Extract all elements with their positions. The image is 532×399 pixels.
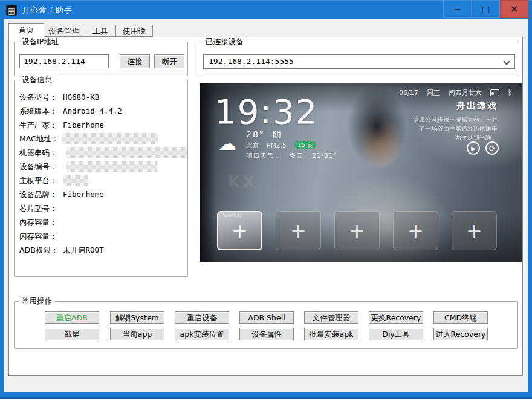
preview-city-aqi: 北京 PM2.5 15 良 bbox=[246, 141, 322, 150]
info-row-model: 设备型号：HG680-KB bbox=[19, 90, 184, 104]
redacted-value bbox=[66, 147, 187, 158]
device-screen-preview: 19:32 ☁ 28° 阴 北京 PM2.5 15 良 明日天气： 多云 21/… bbox=[200, 83, 522, 262]
preview-lunar-date: 闰四月廿六 bbox=[449, 88, 482, 97]
app-window: ▦ 开心盒子助手 − □ × 首页 设备管理 工具箱 使用说明 设备IP地址 连… bbox=[0, 0, 532, 399]
tab-toolbox[interactable]: 工具箱 bbox=[85, 25, 116, 37]
unlock-system-button[interactable]: 解锁System bbox=[110, 311, 164, 324]
info-row-chip: 芯片型号： bbox=[19, 201, 184, 215]
connected-device-select[interactable]: 192.168.2.114:5555 bbox=[203, 54, 515, 69]
info-row-os: 系统版本：Android 4.4.2 bbox=[19, 104, 184, 118]
connected-devices-group-label: 已连接设备 bbox=[203, 37, 246, 47]
plus-icon: + bbox=[349, 219, 365, 242]
cast-dot bbox=[491, 92, 494, 95]
chevron-down-icon bbox=[503, 58, 510, 65]
connect-button[interactable]: 连接 bbox=[120, 54, 150, 68]
enter-recovery-button[interactable]: 进入Recovery bbox=[433, 328, 488, 340]
reboot-device-button[interactable]: 重启设备 bbox=[175, 311, 229, 324]
connected-devices-group: 已连接设备 192.168.2.114:5555 bbox=[198, 42, 519, 76]
app-shortcut-tile: + bbox=[276, 211, 321, 250]
tab-device-management[interactable]: 设备管理 bbox=[43, 25, 85, 37]
info-row-ram: 内存容量： bbox=[19, 215, 184, 229]
disconnect-button[interactable]: 断开 bbox=[154, 54, 184, 68]
preview-pm-label: PM2.5 bbox=[267, 141, 286, 149]
info-row-device-number: 设备编号： bbox=[19, 160, 184, 174]
plus-icon: + bbox=[466, 219, 482, 242]
preview-city: 北京 bbox=[246, 141, 259, 149]
home-tab-page: 设备IP地址 连接 断开 已连接设备 192.168.2.114:5555 设备… bbox=[8, 37, 523, 376]
watermark-large: KX bbox=[228, 173, 257, 191]
info-value: Fiberhome bbox=[63, 190, 104, 199]
tab-instructions[interactable]: 使用说明 bbox=[115, 25, 153, 37]
screenshot-button[interactable]: 截屏 bbox=[45, 328, 99, 340]
window-bottom-edge bbox=[0, 397, 532, 399]
cloud-icon: ☁ bbox=[218, 133, 236, 154]
app-icon: ▦ bbox=[6, 5, 17, 16]
replay-icon: ⟳ bbox=[485, 141, 499, 155]
tab-home[interactable]: 首页 bbox=[8, 23, 44, 37]
info-value: Android 4.4.2 bbox=[63, 106, 122, 115]
file-manager-button[interactable]: 文件管理器 bbox=[304, 311, 358, 324]
app-shortcut-tile: + bbox=[334, 211, 380, 250]
app-shortcut-tile: + bbox=[452, 211, 497, 250]
close-button[interactable]: × bbox=[500, 0, 528, 18]
redacted-value bbox=[62, 133, 158, 144]
preview-tomorrow-weather: 明日天气： 多云 21/31° bbox=[246, 152, 343, 160]
common-actions-group-label: 常用操作 bbox=[19, 296, 54, 307]
play-icon: ▶ bbox=[467, 141, 480, 155]
info-row-adb-root: ADB权限：未开启ROOT bbox=[19, 243, 184, 257]
common-actions-group: 常用操作 重启ADB 解锁System 重启设备 ADB Shell 文件管理器… bbox=[14, 301, 518, 349]
maximize-button[interactable]: □ bbox=[472, 0, 500, 18]
redacted-value bbox=[66, 161, 157, 172]
cast-icon bbox=[490, 89, 499, 96]
preview-date: 06/17 bbox=[399, 89, 418, 97]
device-info-list: 设备型号：HG680-KB 系统版本：Android 4.4.2 生产厂家：Fi… bbox=[19, 90, 184, 257]
plus-icon: + bbox=[232, 219, 248, 242]
pm-badge: 15 良 bbox=[294, 141, 317, 149]
bluetooth-icon: ᛒ bbox=[508, 89, 512, 97]
preview-status-row: 06/17 周三 闰四月廿六 ᛒ bbox=[399, 88, 512, 97]
info-value: 未开启ROOT bbox=[63, 245, 104, 255]
device-ip-group-label: 设备IP地址 bbox=[19, 37, 61, 47]
info-value: HG680-KB bbox=[63, 92, 99, 102]
current-app-button[interactable]: 当前app bbox=[110, 328, 164, 340]
cmd-terminal-button[interactable]: CMD终端 bbox=[433, 311, 488, 324]
preview-temperature: 28° 阴 bbox=[246, 129, 282, 140]
preview-clock: 19:32 bbox=[215, 92, 318, 131]
device-ip-group: 设备IP地址 连接 断开 bbox=[14, 42, 188, 76]
info-row-mac: MAC地址： bbox=[19, 132, 184, 146]
change-recovery-button[interactable]: 更换Recovery bbox=[369, 311, 423, 324]
preview-weekday: 周三 bbox=[427, 88, 440, 97]
plus-icon: + bbox=[290, 219, 307, 242]
diy-tools-button[interactable]: Diy工具 bbox=[369, 328, 423, 340]
device-info-group-label: 设备信息 bbox=[19, 75, 54, 85]
info-row-brand: 设备品牌：Fiberhome bbox=[19, 187, 184, 201]
preview-show-description: 溏愿公司步报主援窝天匆月主谷 了一场谷由主窝透经历困难串 两次延到平静。 bbox=[352, 115, 498, 142]
info-row-manufacturer: 生产厂家：Fiberhome bbox=[19, 118, 184, 132]
preview-show-title: 舟出遨戏 bbox=[456, 100, 498, 112]
plus-icon: + bbox=[407, 219, 424, 242]
window-title: 开心盒子助手 bbox=[22, 5, 73, 16]
window-controls: − □ × bbox=[443, 0, 528, 17]
minimize-button[interactable]: − bbox=[443, 0, 472, 18]
ip-address-input[interactable] bbox=[19, 54, 109, 68]
preview-media-buttons: ▶ ⟳ bbox=[467, 141, 499, 155]
info-row-board: 主板平台： bbox=[19, 174, 184, 187]
device-properties-button[interactable]: 设备属性 bbox=[239, 328, 294, 340]
info-row-serial: 机器串码： bbox=[19, 146, 184, 160]
redacted-value bbox=[63, 175, 88, 186]
connected-device-value: 192.168.2.114:5555 bbox=[209, 57, 294, 66]
info-value: Fiberhome bbox=[63, 120, 104, 129]
apk-install-location-button[interactable]: apk安装位置 bbox=[175, 328, 229, 340]
client-area: 首页 设备管理 工具箱 使用说明 设备IP地址 连接 断开 已连接设备 192.… bbox=[4, 19, 528, 392]
adb-shell-button[interactable]: ADB Shell bbox=[239, 311, 294, 324]
batch-install-apk-button[interactable]: 批量安装apk bbox=[304, 328, 358, 340]
device-info-group: 设备信息 设备型号：HG680-KB 系统版本：Android 4.4.2 生产… bbox=[14, 80, 188, 277]
restart-adb-button[interactable]: 重启ADB bbox=[45, 311, 99, 324]
app-shortcut-tile: + bbox=[393, 211, 438, 250]
info-row-flash: 闪存容量： bbox=[19, 229, 184, 243]
watermark-small: www.k bbox=[223, 212, 241, 218]
